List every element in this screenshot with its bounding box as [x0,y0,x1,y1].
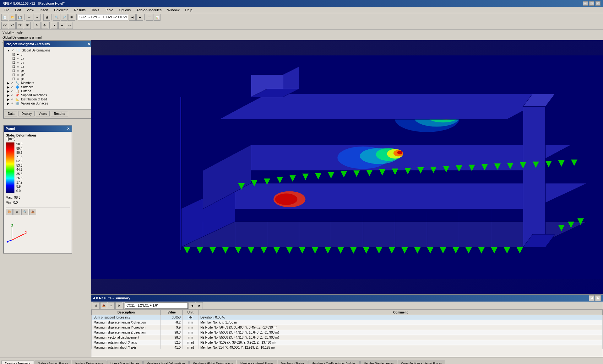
table-row[interactable]: Maximum rotation about X-axis -52.5 mrad… [92,340,603,345]
menu-item-help[interactable]: Help [183,8,195,13]
bottom-tab-results---summary[interactable]: Results - Summary [1,361,34,364]
tree-item-values-on-surfaces[interactable]: ▶✓🔢Values on Surfaces [5,101,91,105]
redo-btn[interactable]: ↪ [34,14,41,21]
prev-lc-btn[interactable]: ◀ [129,14,136,21]
surface-btn[interactable]: ▭ [66,22,73,29]
tree-item-φy[interactable]: ☐○φY [5,73,91,77]
menu-item-file[interactable]: File [1,8,12,13]
table-row[interactable]: Maximum displacement in X-direction -8.2… [92,320,603,325]
menu-item-add-on modules[interactable]: Add-on Modules [134,8,164,13]
cell-unit: mrad [183,345,198,349]
bottom-tab-members---internal-forces[interactable]: Members - Internal Forces [237,361,277,364]
tree-item-distribution-of-load[interactable]: ▶✓📐Distribution of load [5,97,91,101]
pan-btn[interactable]: ✥ [41,22,48,29]
sep5 [144,14,145,20]
close-button[interactable]: ✕ [595,1,600,6]
panel-zoom-btn[interactable]: 🔍 [21,209,28,215]
rt-prev-btn[interactable]: ◀ [188,302,195,309]
rotate-btn[interactable]: ↻ [34,22,41,29]
panel-min-value: 0.0 [13,201,18,204]
panel-settings-btn[interactable]: ⚙ [14,209,20,215]
node-btn[interactable]: ● [51,22,58,29]
tree-item-ux[interactable]: ☐○ux [5,56,91,61]
table-row[interactable]: Maximum rotation about Y-axis -41.0 mrad… [92,345,603,349]
menu-item-options[interactable]: Options [116,8,133,13]
result-btn[interactable]: 📊 [154,14,160,21]
rt-next-btn[interactable]: ▶ [196,302,203,309]
menu-item-edit[interactable]: Edit [13,8,24,13]
bottom-tab-nodes---support-forces[interactable]: Nodes - Support Forces [35,361,72,364]
view-xy-btn[interactable]: XY [1,22,8,29]
fit-btn[interactable]: ⊞ [68,14,75,21]
rt-export-btn[interactable]: 📤 [100,302,107,309]
panel-close-btn[interactable]: ✕ [67,127,70,131]
cell-comment: FE Node No. 55058 (X: 44.318, Y: 16.643,… [198,330,603,335]
tree-item-uy[interactable]: ☐○uy [5,61,91,65]
results-combo[interactable] [125,302,188,309]
open-btn[interactable]: 📂 [9,14,16,21]
zoom-in-btn[interactable]: 🔍 [53,14,60,21]
viewport[interactable]: 4.0 Results - Summary ◀ ▶ 🖨 📤 ≡ ⚙ ◀ ▶ [91,40,603,357]
bottom-tab-nodes---deformations[interactable]: Nodes - Deformations [72,361,106,364]
results-next-btn[interactable]: ▶ [595,295,601,301]
tree-item-support-reactions[interactable]: ▶✓📌Support Reactions [5,93,91,97]
tree-item-global-deformations[interactable]: ▼✓📊Global Deformations [5,48,91,52]
bottom-tab-member-slendernesses[interactable]: Member Slendernesses [360,361,397,364]
pn-tab-views[interactable]: Views [36,111,50,116]
bottom-tab-cross-sections---internal-forces[interactable]: Cross-Sections - Internal Forces [398,361,445,364]
tree-item-members[interactable]: ▶✓🔧Members [5,81,91,85]
view-xz-btn[interactable]: XZ [9,22,16,29]
tree-item-uz[interactable]: ☐○uz [5,65,91,69]
load-combo[interactable] [78,14,128,20]
menu-item-view[interactable]: View [24,8,37,13]
table-row[interactable]: Maximum displacement in Z-direction 98.3… [92,330,603,335]
bottom-tab-members---strains[interactable]: Members - Strains [278,361,308,364]
menu-item-insert[interactable]: Insert [37,8,51,13]
panel-color-btn[interactable]: 🎨 [6,209,13,215]
pn-close-btn[interactable]: ✕ [87,42,90,46]
menu-item-window[interactable]: Window [165,8,182,13]
member-btn[interactable]: ━ [58,22,65,29]
table-row[interactable]: Maximum displacement in Y-direction 9.9 … [92,325,603,330]
zoom-out-btn[interactable]: 🔎 [61,14,68,21]
menu-item-table[interactable]: Table [102,8,116,13]
pn-tab-results[interactable]: Results [51,111,68,116]
results-table-wrap[interactable]: Description Value Unit Comment Sum of su… [91,310,603,349]
view-yz-btn[interactable]: YZ [16,22,23,29]
print-btn[interactable]: 🖨 [43,14,50,21]
svg-point-74 [275,194,297,205]
pn-tabs: DataDisplayViewsResults [4,109,92,118]
menu-item-calculate[interactable]: Calculate [52,8,71,13]
table-row[interactable]: Sum of support forces in Z 38058 kN Devi… [92,315,603,320]
undo-btn[interactable]: ↩ [26,14,33,21]
rt-print-btn[interactable]: 🖨 [93,302,100,309]
deform-btn[interactable]: 〰 [146,14,153,21]
rt-filter-btn[interactable]: ≡ [108,302,115,309]
bottom-tab-members---coefficients-for-buckling[interactable]: Members - Coefficients for Buckling [308,361,360,364]
results-prev-btn[interactable]: ◀ [589,295,595,301]
menu-item-tools[interactable]: Tools [89,8,102,13]
scale-label: 98.3 [16,142,22,146]
tree-item-criteria[interactable]: ▶✓📋Criteria [5,89,91,93]
new-btn[interactable]: 📄 [1,14,8,21]
bottom-tab-members---global-deformations[interactable]: Members - Global Deformations [189,361,236,364]
pn-tab-display[interactable]: Display [19,111,35,116]
pn-tab-data[interactable]: Data [5,111,17,116]
maximize-button[interactable]: □ [589,1,594,6]
tree-item-φx[interactable]: ☐○φx [5,69,91,73]
rt-settings-btn[interactable]: ⚙ [115,302,122,309]
save-btn[interactable]: 💾 [16,14,23,21]
table-row[interactable]: Maximum vectorial displacement 98.3 mm F… [92,335,603,340]
left-panel: Project Navigator - Results ✕ ▼✓📊Global … [0,40,91,357]
minimize-button[interactable]: ─ [583,1,588,6]
tree-item-φz[interactable]: ☐○φz [5,77,91,81]
panel-toolbar: 🎨 ⚙ 🔍 📤 [6,207,70,215]
tree-item-u[interactable]: ☑●u [5,52,91,56]
panel-export-btn[interactable]: 📤 [29,209,36,215]
next-lc-btn[interactable]: ▶ [136,14,143,21]
view-3d-btn[interactable]: 3D [24,22,31,29]
tree-item-surfaces[interactable]: ▶✓🔷Surfaces [5,85,91,89]
menu-item-results[interactable]: Results [72,8,88,13]
bottom-tab-members---local-deformations[interactable]: Members - Local Deformations [143,361,189,364]
bottom-tab-lines---support-forces[interactable]: Lines - Support Forces [107,361,143,364]
